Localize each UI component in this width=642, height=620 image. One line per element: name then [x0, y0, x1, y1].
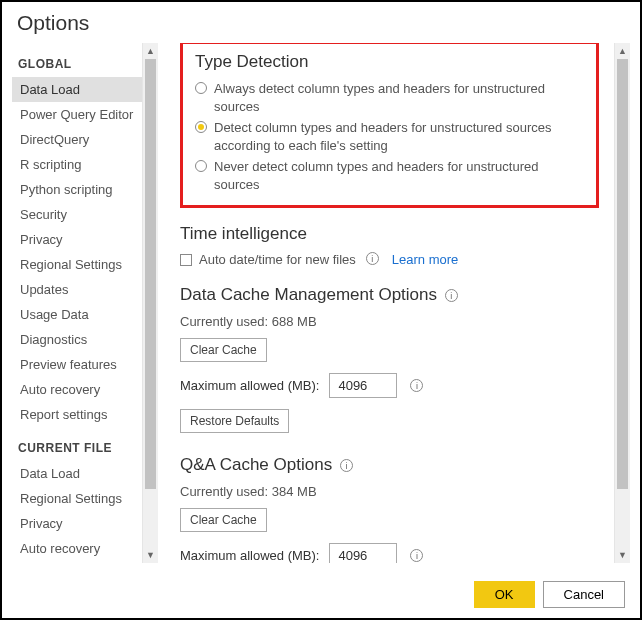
- restore-defaults-button[interactable]: Restore Defaults: [180, 409, 289, 433]
- chevron-up-icon[interactable]: ▲: [615, 43, 630, 59]
- dialog-footer: OK Cancel: [474, 581, 625, 608]
- sidebar: GLOBAL Data Load Power Query Editor Dire…: [12, 43, 142, 563]
- scrollbar-thumb[interactable]: [145, 59, 156, 489]
- sidebar-item-report-settings[interactable]: Report settings: [12, 402, 142, 427]
- qa-cache-section: Q&A Cache Options i Currently used: 384 …: [180, 455, 599, 563]
- qa-clear-cache-button[interactable]: Clear Cache: [180, 508, 267, 532]
- radio-label: Detect column types and headers for unst…: [214, 119, 584, 154]
- sidebar-item-directquery[interactable]: DirectQuery: [12, 127, 142, 152]
- qa-max-allowed-input[interactable]: [329, 543, 397, 563]
- max-allowed-label: Maximum allowed (MB):: [180, 378, 319, 393]
- clear-cache-button[interactable]: Clear Cache: [180, 338, 267, 362]
- sidebar-item-cf-auto-recovery[interactable]: Auto recovery: [12, 536, 142, 561]
- sidebar-item-diagnostics[interactable]: Diagnostics: [12, 327, 142, 352]
- max-allowed-input[interactable]: [329, 373, 397, 398]
- radio-icon: [195, 160, 207, 172]
- chevron-down-icon[interactable]: ▼: [143, 547, 158, 563]
- info-icon[interactable]: i: [340, 459, 353, 472]
- chevron-up-icon[interactable]: ▲: [143, 43, 158, 59]
- radio-detect-per-file[interactable]: Detect column types and headers for unst…: [195, 117, 584, 156]
- radio-never-detect[interactable]: Never detect column types and headers fo…: [195, 156, 584, 195]
- ok-button[interactable]: OK: [474, 581, 535, 608]
- sidebar-item-usage-data[interactable]: Usage Data: [12, 302, 142, 327]
- sidebar-scrollbar[interactable]: ▲ ▼: [142, 43, 158, 563]
- scrollbar-thumb[interactable]: [617, 59, 628, 489]
- info-icon[interactable]: i: [410, 549, 423, 562]
- radio-always-detect[interactable]: Always detect column types and headers f…: [195, 78, 584, 117]
- heading-text: Q&A Cache Options: [180, 455, 332, 474]
- qa-cache-current: Currently used: 384 MB: [180, 481, 599, 502]
- type-detection-highlight: Type Detection Always detect column type…: [180, 43, 599, 208]
- info-icon[interactable]: i: [445, 289, 458, 302]
- sidebar-item-updates[interactable]: Updates: [12, 277, 142, 302]
- main-scrollbar[interactable]: ▲ ▼: [614, 43, 630, 563]
- sidebar-item-privacy[interactable]: Privacy: [12, 227, 142, 252]
- sidebar-heading-current: CURRENT FILE: [12, 427, 142, 461]
- data-cache-heading: Data Cache Management Options i: [180, 285, 599, 305]
- info-icon[interactable]: i: [366, 252, 379, 265]
- learn-more-link[interactable]: Learn more: [392, 252, 458, 267]
- heading-text: Data Cache Management Options: [180, 285, 437, 304]
- checkbox-auto-datetime[interactable]: Auto date/time for new files i Learn mor…: [180, 250, 599, 269]
- radio-label: Never detect column types and headers fo…: [214, 158, 584, 193]
- time-intelligence-heading: Time intelligence: [180, 224, 599, 244]
- radio-label: Always detect column types and headers f…: [214, 80, 584, 115]
- dialog-title: Options: [2, 2, 640, 43]
- data-cache-section: Data Cache Management Options i Currentl…: [180, 285, 599, 439]
- main-panel: Type Detection Always detect column type…: [158, 43, 614, 563]
- sidebar-item-power-query[interactable]: Power Query Editor: [12, 102, 142, 127]
- data-cache-current: Currently used: 688 MB: [180, 311, 599, 332]
- sidebar-item-r-scripting[interactable]: R scripting: [12, 152, 142, 177]
- sidebar-item-python-scripting[interactable]: Python scripting: [12, 177, 142, 202]
- time-intelligence-section: Time intelligence Auto date/time for new…: [180, 224, 599, 269]
- cancel-button[interactable]: Cancel: [543, 581, 625, 608]
- radio-icon: [195, 121, 207, 133]
- type-detection-heading: Type Detection: [195, 52, 584, 72]
- sidebar-item-regional[interactable]: Regional Settings: [12, 252, 142, 277]
- sidebar-heading-global: GLOBAL: [12, 43, 142, 77]
- chevron-down-icon[interactable]: ▼: [615, 547, 630, 563]
- qa-cache-heading: Q&A Cache Options i: [180, 455, 599, 475]
- checkbox-icon: [180, 254, 192, 266]
- sidebar-item-preview[interactable]: Preview features: [12, 352, 142, 377]
- sidebar-item-cf-regional[interactable]: Regional Settings: [12, 486, 142, 511]
- checkbox-label: Auto date/time for new files: [199, 252, 356, 267]
- sidebar-item-security[interactable]: Security: [12, 202, 142, 227]
- info-icon[interactable]: i: [410, 379, 423, 392]
- sidebar-item-data-load[interactable]: Data Load: [12, 77, 142, 102]
- sidebar-item-cf-data-load[interactable]: Data Load: [12, 461, 142, 486]
- sidebar-item-cf-privacy[interactable]: Privacy: [12, 511, 142, 536]
- radio-icon: [195, 82, 207, 94]
- sidebar-item-auto-recovery[interactable]: Auto recovery: [12, 377, 142, 402]
- qa-max-allowed-label: Maximum allowed (MB):: [180, 548, 319, 563]
